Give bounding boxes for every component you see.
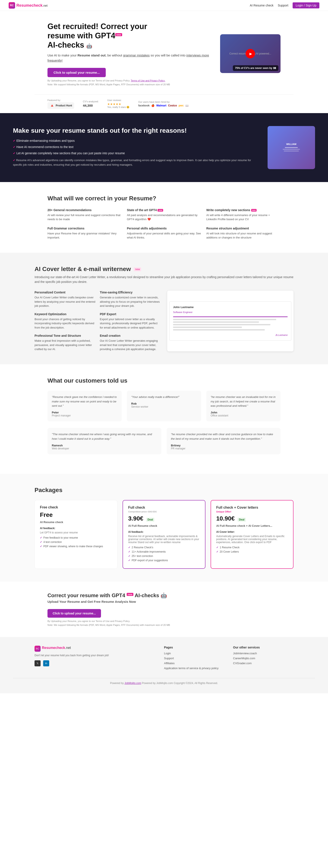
product-hunt-badge[interactable]: 🔺 Product Hunt [48,102,74,109]
new-badge-2: new [251,209,257,212]
cl-feature-title-0: Personalized Content [34,291,95,294]
package-full-feature-label: AI feedback: [128,530,200,533]
reviews-label: User reviews: [107,99,130,101]
cl-feature-desc-1: Generate a customized cover letter in se… [100,296,161,308]
feature-title-3: Full Grammar corrections [48,227,122,230]
feature-desc-2: AI will write 4 different summaries of y… [206,213,280,221]
footer-brand-name: Resumecheck.net [42,646,71,650]
footer-powered-by-link[interactable]: JobMojito.com [125,682,141,685]
hero-title: Get recruited! Correct your resume with … [48,22,212,50]
cta-terms: By Uploading your Resume, you agree to o… [48,620,280,622]
linkedin-icon[interactable]: in [43,660,49,666]
logo[interactable]: RC Resumecheck.net [9,2,48,9]
dark-section: Make sure your resume stands out for the… [0,113,328,182]
author-role-0: Project manager [52,414,117,417]
package-fullcover-unique: Unique Offer! [216,510,288,513]
footer-service-1[interactable]: CareerMojito.com [233,657,294,660]
featured-stat: Featured by: 🔺 Product Hunt [48,99,74,109]
nav-support[interactable]: Support [278,4,288,7]
stats-bar: Featured by: 🔺 Product Hunt CV's analyze… [34,94,294,113]
hero-note: Note: We support following file formats … [48,83,212,86]
feature-desc-4: Adjustments of your personal skills are … [127,231,201,240]
feature-item-1: State of the art GPT4new All paid analys… [127,208,201,221]
feature-item-3: Full Grammar corrections Have your Resum… [48,227,122,240]
cta-upload-button[interactable]: Click to upload your resume... [48,609,101,618]
checkmarks: Eliminate embarrassing mistakes and typo… [13,138,259,167]
video-thumbnail[interactable]: Correct resumes using AI powered... 75% … [220,34,280,73]
packages-title: Packages [34,487,294,494]
testimonial-quote-2: "he resume checker was an invaluable too… [211,395,276,408]
footer-link-affiliates[interactable]: Affiliates [164,661,224,665]
hired-logos-container: facebook 🍎 Walmart Costco pwc 📖 [138,104,189,107]
package-full-cover: Full check + Cover letters Unique Offer!… [211,500,294,569]
footer-pages: Pages Login Support Affiliates Applicati… [164,646,224,672]
feature-item-0: 20+ General recommendations AI will revi… [48,208,122,221]
cl-feature-title-1: Time-saving Efficiency [100,291,161,294]
package-full-name: Full check [128,506,200,509]
terms-link[interactable]: Terms of Use and Privacy Policy. [131,79,165,82]
cl-feature-title-2: Keyword Optimization [34,312,95,316]
packages-section: Packages Free check Free AI Resume check… [0,474,328,582]
footer-link-terms[interactable]: Application terms of service & privacy p… [164,666,224,670]
feature-title-5: Resume structure adjustment [206,227,280,230]
author-role-4: PR manager [171,447,276,450]
nav-ai-resume[interactable]: AI Resume check [250,4,274,7]
package-fullcover-price: 10.90€ Deal [216,515,288,522]
author-role-1: Service worker [131,405,197,408]
dark-title: Make sure your resume stands out for the… [13,126,259,135]
hired-logo-walmart: Walmart [156,104,166,107]
hero-description: Use AI to make your Resume stand out, be… [48,53,212,63]
features-title: What will we correct in your Resume? [48,195,280,202]
cvs-value: 44,300 [83,104,99,107]
footer-brand: RC Resumecheck.net Don't let your resume… [34,646,155,672]
testimonial-quote-4: "he resume checker provided me with clea… [171,432,276,441]
cta-note: Note: We support following file formats … [48,624,280,626]
testimonial-2: "he resume checker was an invaluable too… [206,391,280,422]
testimonials-title: What our customers told us [48,377,280,384]
author-role-2: Office assistant [211,414,276,417]
coverletter-preview: John Lastname Software Engineer Jb.Lastn… [167,291,294,351]
twitter-icon[interactable]: 𝕏 [34,660,40,666]
footer-link-support[interactable]: Support [164,657,224,660]
footer-social: 𝕏 in [34,660,155,666]
testimonials-section: What our customers told us "Resume check… [0,364,328,474]
package-fullcover-feature-sub: Automatically generate Cover Letters and… [216,535,288,544]
author-name-4: Britney [171,444,276,447]
author-name-0: Peter [52,411,117,414]
nav-login-button[interactable]: Login / Sign Up [293,2,319,8]
feature-desc-3: Have your Resume free of any grammar mis… [48,231,122,240]
package-free-feature-label: AI feedback: [40,527,112,530]
package-free-feature-0: Free feedback to your resume [40,536,112,539]
footer-services-title: Our other services [233,646,294,649]
reviews-stars: ★★★★★ [107,102,130,106]
package-fullcover-features: 1 Resume Check 20 Cover Letters [216,546,288,553]
package-full-feature-sub: Receive list of general feedback, action… [128,535,200,544]
footer-service-0[interactable]: JobInterview.coach [233,652,294,655]
hired-stat: Our users have been hired by: facebook 🍎… [138,101,189,107]
packages-grid: Free check Free AI Resume check AI feedb… [34,500,294,569]
play-button[interactable] [246,49,255,58]
testimonial-3: "The resume checker showed me where I wa… [48,428,161,454]
logo-icon: RC [9,2,15,9]
package-full-feature-3: PDF export of your suggestions [128,559,200,562]
navbar: RC Resumecheck.net AI Resume check Suppo… [0,0,328,11]
logo-text: Resumecheck.net [17,3,48,8]
package-fullcover-feature-0: 1 Resume Check [216,546,288,549]
footer-service-2[interactable]: CVGrader.com [233,661,294,665]
feature-item-2: Write completely new sectionsnew AI will… [206,208,280,221]
package-fullcover-feature-label: AI Cover letter: [216,530,288,533]
coverletter-title: AI Cover letter & e-mail writernew new [34,266,294,273]
package-free-features: Free feedback to your resume 4 text corr… [40,536,112,548]
footer-services: Our other services JobInterview.coach Ca… [233,646,294,672]
footer-link-login[interactable]: Login [164,652,224,655]
hired-logo-pwc: pwc [179,104,184,107]
package-free-subtitle: AI Resume check [40,521,112,524]
package-free-feature-2: PDF viewer showing, where to make these … [40,545,112,548]
feature-desc-5: AI will look into structure of your resu… [206,231,280,240]
features-section: What will we correct in your Resume? 20+… [0,182,328,253]
author-name-2: John [211,411,276,414]
upload-button[interactable]: Click to upload your resume... [48,68,106,77]
package-free-price: Free [40,512,112,518]
nav-links: AI Resume check Support Login / Sign Up [250,2,320,8]
package-fullcover-feature-1: 20 Cover Letters [216,550,288,553]
